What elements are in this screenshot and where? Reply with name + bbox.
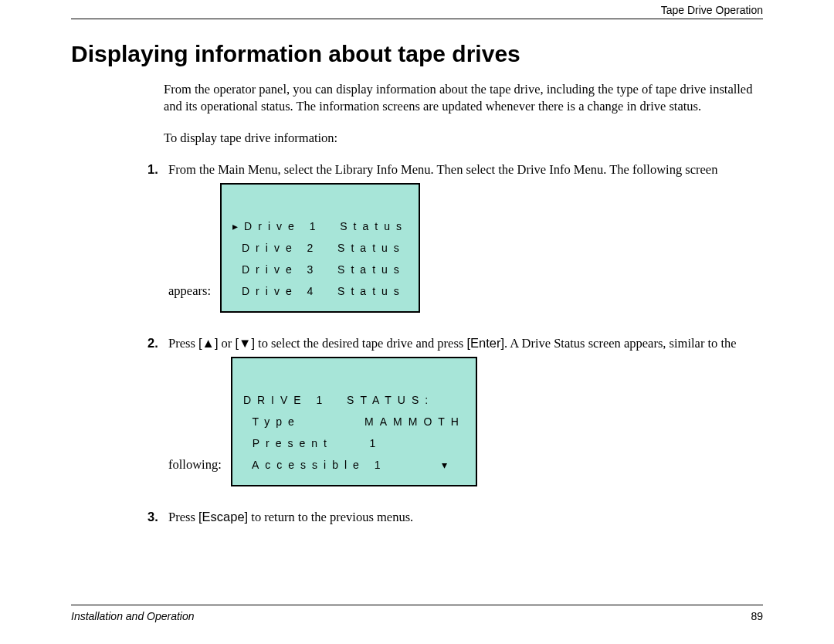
- screen2-row4: Accessible 1 ▾: [243, 454, 465, 476]
- screen1-row1: ▸Drive 1 Status: [232, 215, 408, 237]
- footer-book-title: Installation and Operation: [71, 610, 195, 622]
- step-2-text-b: or: [218, 336, 235, 351]
- page-number: 89: [751, 610, 763, 622]
- screen2-row2: Type MAMMOTH: [243, 411, 465, 432]
- step-2-text-a: Press: [168, 336, 198, 351]
- screen2-row3: Present 1: [243, 432, 465, 454]
- step-1: From the Main Menu, select the Library I…: [165, 161, 763, 324]
- screen-drive-list: ▸Drive 1 Status Drive 2 Status Drive 3 S…: [220, 183, 420, 313]
- step-2-text-c: to select the desired tape drive and pre…: [255, 336, 466, 351]
- lead-in: To display tape drive information:: [164, 130, 763, 147]
- screen1-row4: Drive 4 Status: [232, 280, 408, 302]
- step-3-text-a: Press: [168, 510, 198, 524]
- screen1-row2: Drive 2 Status: [232, 237, 408, 259]
- key-down: [▼]: [235, 336, 255, 350]
- screen2-row1: DRIVE 1 STATUS:: [243, 389, 465, 411]
- key-up: [▲]: [198, 336, 219, 350]
- key-escape: [Escape]: [198, 510, 248, 524]
- screen1-row3: Drive 3 Status: [232, 259, 408, 280]
- step-3-text-b: to return to the previous menus.: [248, 510, 413, 524]
- section-title: Displaying information about tape drives: [71, 41, 763, 67]
- screen-drive-status: DRIVE 1 STATUS: Type MAMMOTH Present 1 A…: [231, 357, 477, 486]
- running-head: Tape Drive Operation: [661, 4, 763, 16]
- key-enter: [Enter]: [466, 336, 504, 350]
- intro-paragraph: From the operator panel, you can display…: [164, 81, 763, 116]
- step-3: Press [Escape] to return to the previous…: [165, 508, 763, 526]
- step-2: Press [▲] or [▼] to select the desired t…: [165, 334, 763, 497]
